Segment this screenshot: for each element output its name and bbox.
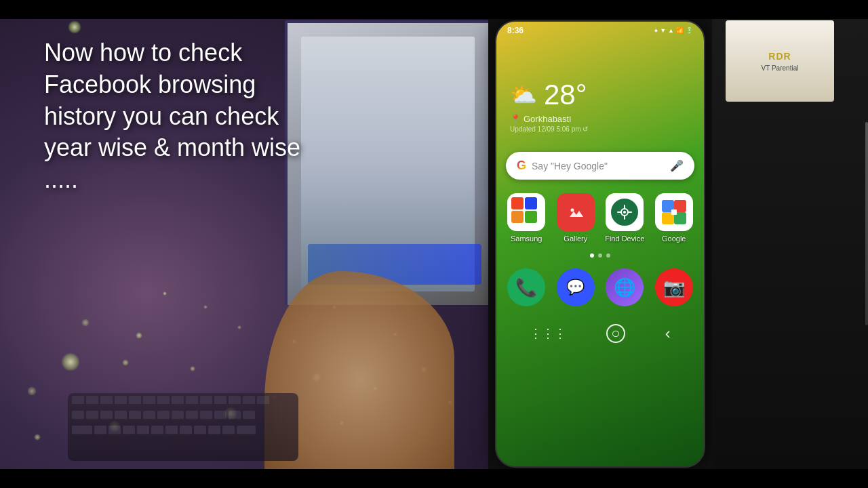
- status-battery: 🔋: [686, 27, 693, 34]
- google-label: Google: [662, 235, 686, 243]
- right-panel: RDR VT Parential: [712, 0, 868, 488]
- black-bar-bottom: [0, 469, 868, 488]
- bokeh-dot: [136, 332, 142, 339]
- update-row: Updated 12/09 5:06 pm ↺: [510, 125, 690, 133]
- bokeh-dot: [203, 305, 208, 309]
- dot-3: [606, 253, 610, 258]
- app-finddevice[interactable]: Find Device: [601, 193, 648, 243]
- keyboard-area: [68, 393, 298, 461]
- app-grid: Samsung Gallery: [496, 188, 704, 248]
- svg-point-3: [623, 211, 626, 214]
- left-panel: Now how to check Facebook browsing histo…: [0, 0, 488, 488]
- recent-apps-button[interactable]: ⋮⋮⋮: [530, 326, 566, 341]
- weather-section: ⛅ 28° 📍 Gorkhabasti Updated 12/09 5:06 p…: [496, 38, 704, 144]
- samsung-label: Samsung: [511, 235, 542, 243]
- status-icons: ● ▼ ▲ 📶 🔋: [654, 27, 693, 34]
- google-app-icon: [655, 193, 693, 231]
- bokeh-dot: [68, 20, 81, 34]
- status-signal-bars: 📶: [676, 27, 684, 34]
- dot-2: [598, 253, 602, 258]
- phone-icon: 📞: [507, 268, 545, 306]
- bokeh-dot: [163, 291, 167, 296]
- dock-camera[interactable]: 📷: [651, 268, 698, 306]
- messages-icon: 💬: [557, 268, 595, 306]
- gallery-label: Gallery: [564, 235, 587, 243]
- bokeh-dot: [237, 325, 241, 329]
- monitor-area: [285, 20, 488, 305]
- camera-icon: 📷: [655, 268, 693, 306]
- google-bar-left: G Say "Hey Google": [517, 159, 608, 173]
- black-bar-top: [0, 0, 868, 19]
- bokeh-dot: [190, 366, 195, 371]
- bottom-dock: 📞 💬 🌐 📷: [496, 263, 704, 312]
- browser-icon: 🌐: [606, 268, 644, 306]
- overlay-text: Now how to check Facebook browsing histo…: [44, 37, 302, 196]
- bokeh-dot: [34, 434, 41, 441]
- app-gallery[interactable]: Gallery: [553, 193, 599, 243]
- finddevice-circle-icon: [611, 199, 638, 226]
- finddevice-label: Find Device: [605, 235, 644, 243]
- left-background: Now how to check Facebook browsing histo…: [0, 0, 488, 488]
- dot-1: [590, 253, 594, 258]
- dock-browser[interactable]: 🌐: [601, 268, 648, 306]
- cloud-icon: ⛅: [510, 82, 537, 108]
- location-row: 📍 Gorkhabasti: [510, 114, 690, 124]
- microphone-icon[interactable]: 🎤: [670, 159, 684, 172]
- shelf-sub: VT Parential: [762, 64, 799, 72]
- nav-bar: ⋮⋮⋮ ○ ‹: [496, 317, 704, 352]
- dock-messages[interactable]: 💬: [553, 268, 599, 306]
- app-samsung[interactable]: Samsung: [503, 193, 550, 243]
- location-name: Gorkhabasti: [524, 114, 571, 124]
- svg-rect-12: [671, 209, 677, 215]
- status-time: 8:36: [507, 26, 524, 35]
- app-google[interactable]: Google: [651, 193, 698, 243]
- weather-row: ⛅ 28°: [510, 79, 690, 111]
- status-signal: ●: [654, 27, 658, 34]
- page-dots: [496, 253, 704, 258]
- status-bar: 8:36 ● ▼ ▲ 📶 🔋: [496, 22, 704, 38]
- phone-panel: 8:36 ● ▼ ▲ 📶 🔋 ⛅ 28° 📍 Gorkhabasti Updat…: [495, 20, 705, 468]
- bokeh-dot: [27, 386, 37, 396]
- status-wifi: ▲: [668, 27, 674, 34]
- back-button[interactable]: ‹: [665, 324, 671, 343]
- right-shelf: RDR VT Parential: [726, 20, 834, 102]
- svg-point-1: [570, 209, 574, 212]
- pin-icon: 📍: [510, 114, 521, 124]
- bokeh-dot: [61, 352, 80, 371]
- gallery-icon: [557, 193, 595, 231]
- hey-google-text: Say "Hey Google": [532, 161, 608, 171]
- google-logo: G: [517, 159, 526, 173]
- bokeh-dot: [122, 359, 129, 366]
- google-search-bar[interactable]: G Say "Hey Google" 🎤: [506, 152, 694, 180]
- samsung-icon: [507, 193, 545, 231]
- dock-phone[interactable]: 📞: [503, 268, 550, 306]
- bokeh-dot: [81, 319, 90, 327]
- svg-point-0: [566, 203, 585, 222]
- home-button[interactable]: ○: [606, 324, 625, 343]
- shelf-label: RDR: [768, 51, 791, 62]
- temperature: 28°: [544, 79, 587, 111]
- status-data: ▼: [660, 27, 666, 34]
- finddevice-icon: [606, 193, 644, 231]
